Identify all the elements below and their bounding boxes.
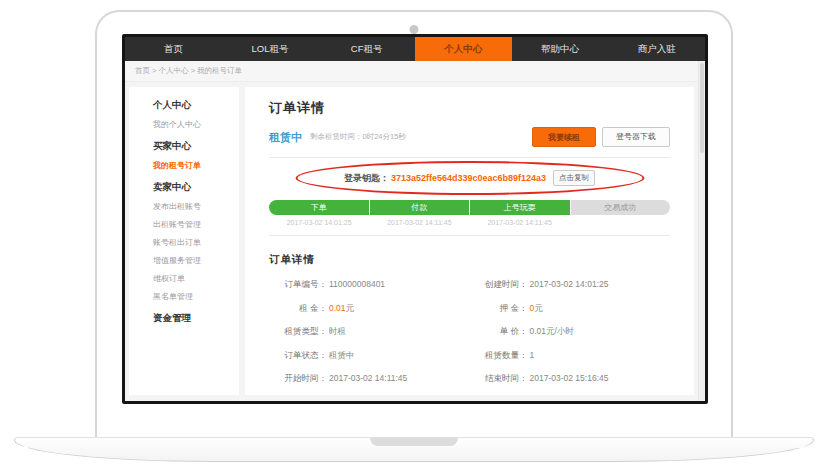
details-grid: 订单编号： 110000008401 租 金： 0.01 元 租赁类型： 时租 <box>269 279 670 397</box>
remaining-time-value: 0时24分15秒 <box>363 132 406 141</box>
nav-item-personal-center[interactable]: 个人中心 <box>415 37 512 61</box>
details-right-column: 创建时间： 2017-03-02 14:01:25 押 金： 0 元 单 价： … <box>470 279 671 397</box>
detail-label: 租赁数量： <box>470 350 528 362</box>
remaining-time-label: 剩余租赁时间：0时24分15秒 <box>310 132 406 142</box>
sidebar-item-my-personal-center[interactable]: 我的个人中心 <box>153 119 239 130</box>
progress-time-ordered: 2017-03-02 14:01:25 <box>269 219 369 226</box>
sidebar-item-blacklist-management[interactable]: 黑名单管理 <box>153 291 239 302</box>
nav-item-help-center[interactable]: 帮助中心 <box>512 37 609 61</box>
details-left-column: 订单编号： 110000008401 租 金： 0.01 元 租赁类型： 时租 <box>269 279 470 397</box>
copy-button[interactable]: 点击复制 <box>553 170 595 186</box>
laptop-screen: 首页 LOL租号 CF租号 个人中心 帮助中心 商户入驻 首页 > 个人中心 >… <box>122 34 708 404</box>
details-section-title: 订单详情 <box>269 253 670 267</box>
renew-button[interactable]: 我要续租 <box>532 127 596 147</box>
detail-label: 订单编号： <box>269 279 327 291</box>
detail-label: 创建时间： <box>470 279 528 291</box>
sidebar-header-funds-management: 资金管理 <box>153 312 239 325</box>
detail-row-start-time: 开始时间： 2017-03-02 14:11:45 <box>269 373 470 385</box>
detail-label: 单 价： <box>470 326 528 338</box>
page-title: 订单详情 <box>269 99 670 117</box>
detail-value: 2017-03-02 14:01:25 <box>530 279 609 291</box>
sidebar: 个人中心 我的个人中心 买家中心 我的租号订单 卖家中心 发布出租账号 出租账号… <box>129 87 239 395</box>
progress-step-paid: 付款 <box>370 200 470 215</box>
laptop-notch <box>370 438 458 446</box>
webcam-icon <box>410 25 419 34</box>
detail-unit: 元 <box>346 303 355 315</box>
order-detail-panel: 订单详情 租赁中 剩余租赁时间：0时24分15秒 我要续租 登号器下载 登录钥匙… <box>245 87 694 395</box>
detail-row-unit-price: 单 价： 0.01元/小时 <box>470 326 671 338</box>
progress-time-paid: 2017-03-02 14:11:45 <box>369 219 469 226</box>
sidebar-item-rights-protection-orders[interactable]: 维权订单 <box>153 273 239 284</box>
sidebar-item-my-rental-orders[interactable]: 我的租号订单 <box>153 160 239 171</box>
login-key-row: 登录钥匙： 3713a52ffe564d339c0eac6b89f124a3 点… <box>269 162 670 194</box>
detail-row-create-time: 创建时间： 2017-03-02 14:01:25 <box>470 279 671 291</box>
detail-label: 结束时间： <box>470 373 528 385</box>
top-nav: 首页 LOL租号 CF租号 个人中心 帮助中心 商户入驻 <box>125 37 705 61</box>
progress-time-playing: 2017-03-02 14:11:45 <box>470 219 570 226</box>
sidebar-item-account-rented-orders[interactable]: 账号租出订单 <box>153 237 239 248</box>
laptop-mockup: 首页 LOL租号 CF租号 个人中心 帮助中心 商户入驻 首页 > 个人中心 >… <box>0 0 828 464</box>
login-key-value: 3713a52ffe564d339c0eac6b89f124a3 <box>391 173 546 183</box>
nav-item-cf-rent[interactable]: CF租号 <box>318 37 415 61</box>
progress-timestamps: 2017-03-02 14:01:25 2017-03-02 14:11:45 … <box>269 219 670 226</box>
sidebar-item-publish-rental-account[interactable]: 发布出租账号 <box>153 201 239 212</box>
website: 首页 LOL租号 CF租号 个人中心 帮助中心 商户入驻 首页 > 个人中心 >… <box>125 37 705 401</box>
login-key-label: 登录钥匙： <box>344 172 389 185</box>
detail-value: 110000008401 <box>329 279 385 291</box>
detail-label: 订单状态： <box>269 350 327 362</box>
progress-step-complete: 交易成功 <box>571 200 671 215</box>
detail-row-rental-quantity: 租赁数量： 1 <box>470 350 671 362</box>
detail-value: 2017-03-02 14:11:45 <box>329 373 407 385</box>
detail-unit: 元 <box>534 303 543 315</box>
detail-value: 2017-03-02 15:16:45 <box>530 373 609 385</box>
order-progress-bar: 下单 付款 上号玩耍 交易成功 <box>269 200 670 215</box>
login-tool-download-button[interactable]: 登号器下载 <box>602 127 670 147</box>
detail-row-rental-type: 租赁类型： 时租 <box>269 326 470 338</box>
remaining-time-caption: 剩余租赁时间： <box>310 132 363 141</box>
detail-amount: 0.01 <box>329 303 346 315</box>
detail-row-rent: 租 金： 0.01 元 <box>269 303 470 315</box>
detail-value: 时租 <box>329 326 346 338</box>
detail-value: 1 <box>530 350 535 362</box>
detail-label: 租赁类型： <box>269 326 327 338</box>
scrollbar-thumb[interactable] <box>700 63 704 153</box>
sidebar-header-seller-center: 卖家中心 <box>153 181 239 194</box>
detail-row-order-number: 订单编号： 110000008401 <box>269 279 470 291</box>
nav-item-home[interactable]: 首页 <box>125 37 222 61</box>
sidebar-header-buyer-center: 买家中心 <box>153 140 239 153</box>
sidebar-item-rental-account-management[interactable]: 出租账号管理 <box>153 219 239 230</box>
laptop-base <box>14 437 814 462</box>
sidebar-item-value-added-services[interactable]: 增值服务管理 <box>153 255 239 266</box>
scrollbar[interactable] <box>698 61 705 401</box>
detail-value: 租赁中 <box>329 350 355 362</box>
detail-label: 开始时间： <box>269 373 327 385</box>
status-badge: 租赁中 <box>269 130 302 145</box>
breadcrumb: 首页 > 个人中心 > 我的租号订单 <box>125 61 705 82</box>
progress-time-complete <box>570 219 670 226</box>
divider <box>269 235 670 236</box>
nav-item-lol-rent[interactable]: LOL租号 <box>222 37 319 61</box>
progress-step-playing: 上号玩耍 <box>470 200 570 215</box>
detail-row-deposit: 押 金： 0 元 <box>470 303 671 315</box>
nav-item-merchant-join[interactable]: 商户入驻 <box>608 37 705 61</box>
status-row: 租赁中 剩余租赁时间：0时24分15秒 我要续租 登号器下载 <box>269 126 670 148</box>
progress-step-ordered: 下单 <box>269 200 369 215</box>
detail-row-end-time: 结束时间： 2017-03-02 15:16:45 <box>470 373 671 385</box>
detail-value: 0.01元/小时 <box>530 326 574 338</box>
detail-label: 租 金： <box>269 303 327 315</box>
detail-row-order-status: 订单状态： 租赁中 <box>269 350 470 362</box>
detail-label: 押 金： <box>470 303 528 315</box>
sidebar-header-personal-center: 个人中心 <box>153 99 239 112</box>
divider <box>269 157 670 158</box>
